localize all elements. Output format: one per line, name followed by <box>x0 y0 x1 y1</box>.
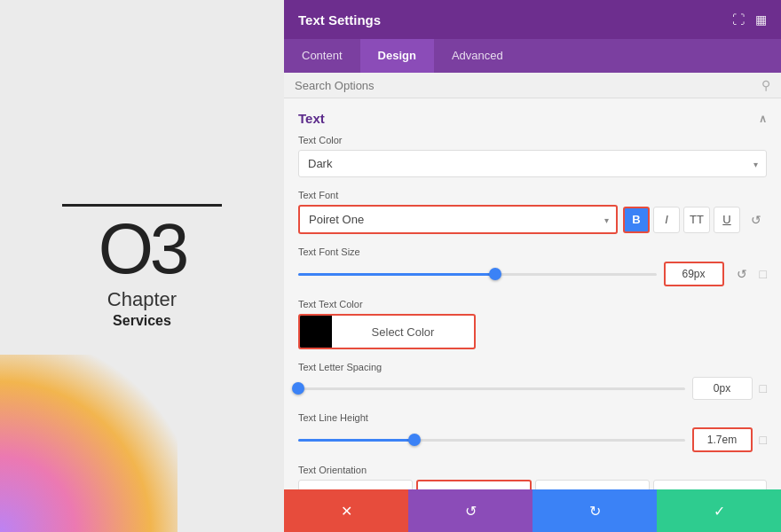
undo-button[interactable]: ↺ <box>408 489 532 532</box>
cancel-button[interactable]: ✕ <box>284 489 408 532</box>
section-title: Text ∧ <box>298 98 767 135</box>
ls-slider-track <box>298 387 685 390</box>
ls-slider-thumb[interactable] <box>292 382 304 395</box>
tab-advanced[interactable]: Advanced <box>434 39 521 73</box>
text-line-height-field: Text Line Height □ <box>298 412 767 452</box>
text-color-select[interactable]: Dark <box>298 150 767 177</box>
text-color-field: Text Color Dark ▾ <box>298 135 767 177</box>
letter-spacing-input[interactable] <box>692 377 753 400</box>
text-font-size-label: Text Font Size <box>298 246 767 257</box>
text-letter-spacing-label: Text Letter Spacing <box>298 362 767 372</box>
text-font-row: Poiret One ▾ B I TT U ↺ <box>298 205 767 234</box>
header-icons: ⛶ ▦ <box>732 12 767 27</box>
text-line-height-row: □ <box>298 427 767 452</box>
lh-slider-track <box>298 439 685 442</box>
slider-thumb[interactable] <box>489 268 501 280</box>
orient-justify-button[interactable]: ≡ <box>653 480 768 489</box>
tab-design[interactable]: Design <box>360 39 434 73</box>
text-line-height-label: Text Line Height <box>298 412 767 423</box>
preview-panel: O3 Chapter Services <box>0 0 284 532</box>
letter-spacing-slider[interactable] <box>298 379 685 397</box>
grid-icon[interactable]: ▦ <box>755 12 767 27</box>
slider-track <box>298 273 657 276</box>
text-color-select-wrapper: Dark ▾ <box>298 150 767 177</box>
font-controls: B I TT U <box>623 207 740 233</box>
orientation-row: ≡ ≡ ≡ ≡ <box>298 480 767 489</box>
fullscreen-icon[interactable]: ⛶ <box>732 12 745 27</box>
italic-button[interactable]: I <box>653 207 680 233</box>
chapter-number: O3 <box>99 214 186 285</box>
font-reset-icon[interactable]: ↺ <box>746 209 767 231</box>
text-orientation-label: Text Orientation <box>298 465 767 475</box>
orient-left-button[interactable]: ≡ <box>298 480 413 489</box>
text-text-color-label: Text Text Color <box>298 299 767 309</box>
text-letter-spacing-row: □ <box>298 377 767 400</box>
text-font-size-field: Text Font Size ↺ □ <box>298 246 767 286</box>
color-select-label[interactable]: Select Color <box>332 325 474 339</box>
panel-footer: ✕ ↺ ↻ ✓ <box>284 489 781 532</box>
preview-gradient <box>0 355 178 532</box>
bold-button[interactable]: B <box>623 207 650 233</box>
slider-fill <box>298 273 495 276</box>
settings-panel: Text Settings ⛶ ▦ Content Design Advance… <box>284 0 781 532</box>
lh-slider-thumb[interactable] <box>408 434 421 446</box>
line-height-input[interactable] <box>692 427 753 452</box>
panel-title: Text Settings <box>298 12 381 27</box>
preview-content: O3 Chapter Services <box>62 204 222 329</box>
font-select-wrapper: Poiret One ▾ <box>298 205 618 234</box>
panel-header: Text Settings ⛶ ▦ <box>284 0 781 39</box>
font-size-reset-icon[interactable]: ↺ <box>731 263 753 285</box>
line-height-slider[interactable] <box>298 431 685 449</box>
tab-content[interactable]: Content <box>284 39 360 73</box>
text-text-color-field: Text Text Color Select Color <box>298 299 767 349</box>
panel-tabs: Content Design Advanced <box>284 39 781 73</box>
text-text-color-row: Select Color <box>298 314 767 349</box>
search-icon: ⚲ <box>761 78 770 92</box>
allcaps-button[interactable]: TT <box>683 207 710 233</box>
save-button[interactable]: ✓ <box>657 489 781 532</box>
text-letter-spacing-field: Text Letter Spacing □ <box>298 362 767 400</box>
font-select[interactable]: Poiret One <box>298 205 618 234</box>
lh-slider-fill <box>298 439 414 442</box>
orient-right-button[interactable]: ≡ <box>535 480 650 489</box>
font-size-input[interactable] <box>664 262 724 286</box>
letter-spacing-device-icon[interactable]: □ <box>760 381 767 395</box>
orient-center-button[interactable]: ≡ <box>416 480 532 489</box>
color-swatch[interactable] <box>300 316 332 348</box>
underline-button[interactable]: U <box>714 207 740 233</box>
search-input[interactable] <box>295 79 761 92</box>
redo-button[interactable]: ↻ <box>532 489 657 532</box>
preview-line <box>62 204 222 207</box>
text-font-label: Text Font <box>298 190 767 200</box>
font-size-slider[interactable] <box>298 265 657 283</box>
section-collapse-icon[interactable]: ∧ <box>759 113 767 125</box>
text-orientation-field: Text Orientation ≡ ≡ ≡ ≡ <box>298 465 767 489</box>
color-picker-row[interactable]: Select Color <box>298 314 476 349</box>
text-font-field: Text Font Poiret One ▾ B I TT U ↺ <box>298 190 767 234</box>
line-height-device-icon[interactable]: □ <box>760 433 767 447</box>
text-color-label: Text Color <box>298 135 767 145</box>
text-font-size-row: ↺ □ <box>298 262 767 286</box>
chapter-sub: Services <box>113 313 171 329</box>
font-size-device-icon[interactable]: □ <box>760 267 767 281</box>
settings-body: Text ∧ Text Color Dark ▾ Text Font Poire… <box>284 98 781 489</box>
search-bar: ⚲ <box>284 73 781 98</box>
chapter-label: Chapter <box>107 288 177 311</box>
